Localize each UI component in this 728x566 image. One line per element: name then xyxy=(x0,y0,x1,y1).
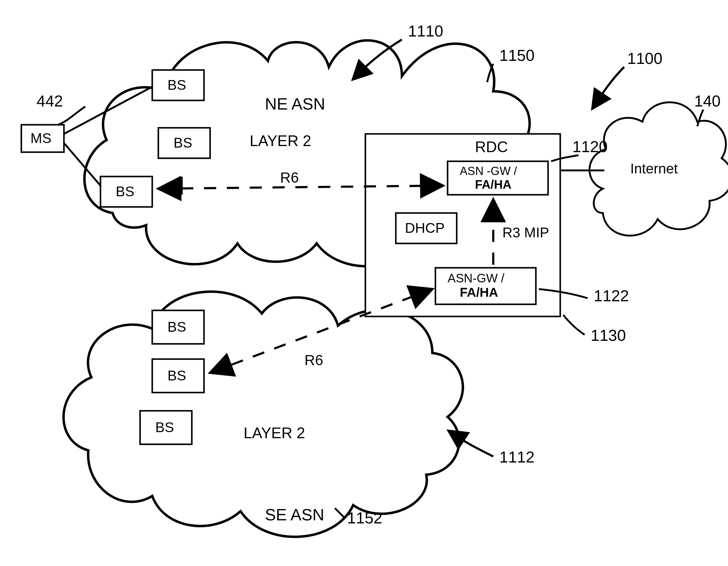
ref-442: 442 xyxy=(37,92,63,110)
ref-1112: 1112 xyxy=(499,448,535,466)
ref-140: 140 xyxy=(694,92,721,110)
se-asn-cloud xyxy=(64,291,463,537)
ref-1120: 1120 xyxy=(572,138,608,156)
diagram-canvas: RDC ASN -GW / FA/HA DHCP ASN-GW / FA/HA … xyxy=(0,0,728,566)
asn-gw-top-line1: ASN -GW / xyxy=(460,165,517,178)
r6-label-bottom: R6 xyxy=(304,352,323,368)
dhcp-label: DHCP xyxy=(405,220,445,236)
se-layer2-label: LAYER 2 xyxy=(244,424,305,441)
leader-1100 xyxy=(600,67,624,97)
asn-gw-bottom-line1: ASN-GW / xyxy=(448,272,505,285)
se-asn-label: SE ASN xyxy=(265,505,324,524)
asn-gw-bottom-line2: FA/HA xyxy=(460,285,498,299)
ne-bs-3-label: BS xyxy=(116,184,134,199)
ref-1130: 1130 xyxy=(591,326,626,344)
ne-layer2-label: LAYER 2 xyxy=(250,132,311,149)
se-bs-2-label: BS xyxy=(167,367,186,383)
ref-1110: 1110 xyxy=(408,22,443,40)
ref-1122: 1122 xyxy=(594,287,629,304)
asn-gw-top-line2: FA/HA xyxy=(475,178,512,191)
ref-1100: 1100 xyxy=(627,50,663,67)
ne-asn-label: NE ASN xyxy=(265,95,325,113)
ref-1152: 1152 xyxy=(347,509,382,527)
se-bs-3-label: BS xyxy=(155,419,174,435)
rdc-label: RDC xyxy=(475,139,508,156)
ne-bs-2-label: BS xyxy=(174,135,192,151)
leader-1130 xyxy=(563,315,585,335)
se-bs-1-label: BS xyxy=(167,319,186,335)
ne-bs-1-label: BS xyxy=(167,77,186,93)
leader-1112 xyxy=(460,438,493,456)
r6-label-top: R6 xyxy=(280,170,299,186)
internet-label: Internet xyxy=(630,161,678,177)
r3-mip-label: R3 MIP xyxy=(502,225,549,241)
ms-label: MS xyxy=(30,130,51,146)
ref-1150: 1150 xyxy=(499,47,535,64)
